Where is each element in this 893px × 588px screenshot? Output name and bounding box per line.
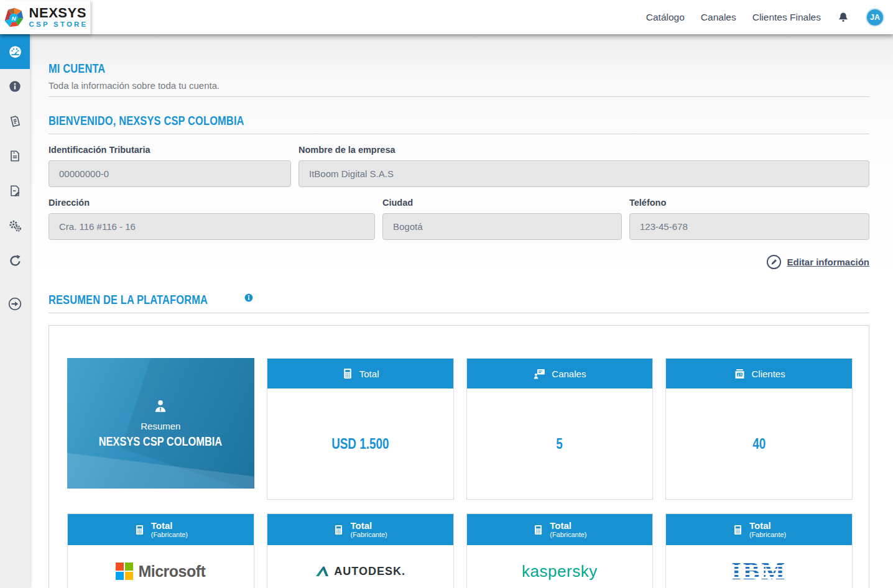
logout-arrow-icon bbox=[7, 296, 22, 311]
vendor-header-title: Total bbox=[350, 521, 387, 531]
vendor-header-title: Total bbox=[749, 521, 786, 531]
sidebar-item-dashboard[interactable] bbox=[0, 34, 30, 69]
nombre-empresa-input[interactable] bbox=[298, 160, 869, 187]
edit-info-link[interactable]: Editar información bbox=[787, 257, 869, 267]
calculator-icon bbox=[333, 524, 345, 536]
clientes-card-title: Clientes bbox=[752, 369, 785, 379]
vendor-header-sub: (Fabricante) bbox=[550, 531, 586, 538]
ibm-wordmark: IBM bbox=[731, 557, 787, 585]
vendor-card-header: Total (Fabricante) bbox=[68, 514, 254, 545]
clientes-value: 40 bbox=[751, 436, 767, 452]
vendor-header-title: Total bbox=[550, 521, 586, 531]
sidebar-item-refresh[interactable] bbox=[0, 243, 30, 278]
total-card-title: Total bbox=[359, 369, 379, 379]
identificacion-tributaria-input[interactable] bbox=[49, 160, 291, 187]
overview-label: Resumen bbox=[141, 421, 180, 431]
canales-card-title: Canales bbox=[552, 369, 586, 379]
canales-card-header: Canales bbox=[467, 359, 653, 388]
vendor-header-sub: (Fabricante) bbox=[350, 531, 387, 538]
invoice-icon bbox=[8, 149, 22, 163]
sidebar-item-info[interactable] bbox=[0, 69, 30, 104]
kaspersky-logo: kaspersky bbox=[467, 553, 653, 588]
settings-gears-icon bbox=[8, 219, 22, 233]
clientes-card-header: Clientes bbox=[666, 359, 852, 388]
vendor-card-microsoft[interactable]: Total (Fabricante) Microsoft bbox=[67, 513, 254, 588]
summary-info-icon[interactable] bbox=[244, 293, 253, 302]
vendor-card-kaspersky[interactable]: Total (Fabricante) kaspersky bbox=[466, 513, 654, 588]
field-label: Ciudad bbox=[382, 198, 622, 208]
sidebar-item-invoices[interactable] bbox=[0, 139, 30, 173]
logo-name: NEXSYS bbox=[29, 6, 88, 20]
nav-catalogo[interactable]: Catálogo bbox=[646, 12, 685, 23]
sidebar-item-settings[interactable] bbox=[0, 208, 30, 243]
telefono-input[interactable] bbox=[629, 213, 869, 240]
calculator-icon bbox=[532, 524, 544, 536]
field-ciudad: Ciudad bbox=[382, 198, 622, 240]
page-subtitle: Toda la información sobre toda tu cuenta… bbox=[49, 80, 869, 91]
vendor-card-header: Total (Fabricante) bbox=[467, 514, 653, 545]
field-direccion: Dirección bbox=[49, 198, 375, 240]
vendor-card-autodesk[interactable]: Total (Fabricante) bbox=[267, 513, 454, 588]
channel-person-icon bbox=[533, 367, 546, 380]
total-card[interactable]: Total USD 1.500 bbox=[267, 358, 454, 500]
autodesk-wordmark: AUTODESK. bbox=[334, 565, 405, 578]
microsoft-squares-icon bbox=[116, 563, 133, 580]
field-label: Teléfono bbox=[629, 198, 869, 208]
calculator-icon bbox=[341, 367, 354, 380]
nav-clientes-finales[interactable]: Clientes Finales bbox=[752, 12, 821, 23]
microsoft-logo: Microsoft bbox=[68, 553, 254, 588]
canales-card[interactable]: Canales 5 bbox=[466, 358, 654, 500]
left-sidebar bbox=[0, 34, 30, 588]
calculator-icon bbox=[134, 524, 146, 536]
account-form-row-2: Dirección Ciudad Teléfono bbox=[49, 198, 869, 240]
direccion-input[interactable] bbox=[49, 213, 375, 240]
account-form-row-1: Identificación Tributaria Nombre de la e… bbox=[49, 145, 869, 187]
nexsys-pinwheel-icon: N bbox=[2, 6, 25, 29]
info-icon bbox=[8, 80, 22, 93]
sidebar-item-orders[interactable] bbox=[0, 173, 30, 208]
vendor-card-body: Microsoft 6 Canale bbox=[68, 545, 254, 588]
autodesk-logo: AUTODESK. bbox=[267, 553, 453, 588]
edit-pencil-icon[interactable] bbox=[766, 254, 782, 270]
kaspersky-wordmark: kaspersky bbox=[522, 562, 598, 581]
receipt-icon bbox=[8, 114, 22, 128]
refresh-icon bbox=[8, 254, 22, 268]
summary-title: RESUMEN DE LA PLATAFORMA bbox=[49, 293, 869, 307]
main-content: MI CUENTA Toda la información sobre toda… bbox=[30, 34, 893, 588]
total-card-header: Total bbox=[267, 359, 453, 388]
vendor-card-ibm[interactable]: Total (Fabricante) IBM bbox=[665, 513, 853, 588]
app-window: N NEXSYS CSP STORE Catálogo Canales Clie… bbox=[0, 0, 893, 588]
clientes-card[interactable]: Clientes 40 bbox=[665, 358, 853, 500]
logo-tagline: CSP STORE bbox=[29, 21, 88, 29]
top-header: N NEXSYS CSP STORE Catálogo Canales Clie… bbox=[0, 0, 893, 34]
vendor-card-body: IBM Sin Suscripciones activas bbox=[666, 545, 852, 588]
vendor-header-sub: (Fabricante) bbox=[151, 531, 188, 538]
sidebar-item-documents[interactable] bbox=[0, 104, 30, 139]
field-label: Identificación Tributaria bbox=[49, 145, 291, 155]
clientes-card-body: 40 bbox=[666, 388, 852, 499]
user-avatar[interactable]: JA bbox=[866, 8, 884, 27]
vendor-cards-row: Total (Fabricante) Microsoft bbox=[67, 513, 853, 588]
total-card-body: USD 1.500 bbox=[267, 388, 453, 499]
divider bbox=[49, 313, 869, 313]
ciudad-input[interactable] bbox=[382, 213, 622, 240]
field-telefono: Teléfono bbox=[629, 198, 869, 240]
vendor-card-header: Total (Fabricante) bbox=[666, 514, 852, 545]
vendor-header-sub: (Fabricante) bbox=[749, 531, 786, 538]
summary-cards-row: Resumen NEXSYS CSP COLOMBIA bbox=[67, 358, 853, 500]
nav-canales[interactable]: Canales bbox=[701, 12, 736, 23]
calculator-icon bbox=[732, 524, 744, 536]
dashboard-icon bbox=[7, 44, 23, 60]
overview-card[interactable]: Resumen NEXSYS CSP COLOMBIA bbox=[67, 358, 254, 489]
notifications-bell-icon[interactable] bbox=[837, 11, 849, 24]
brand-logo[interactable]: N NEXSYS CSP STORE bbox=[0, 1, 91, 34]
vendor-card-header: Total (Fabricante) bbox=[267, 514, 453, 545]
ibm-logo: IBM bbox=[666, 553, 852, 588]
edit-document-icon bbox=[8, 184, 22, 198]
divider bbox=[49, 134, 869, 134]
field-nombre-empresa: Nombre de la empresa bbox=[298, 145, 869, 187]
svg-text:N: N bbox=[11, 14, 16, 21]
page-title: MI CUENTA bbox=[49, 62, 869, 76]
sidebar-item-logout[interactable] bbox=[0, 287, 30, 321]
clients-box-icon bbox=[733, 367, 746, 380]
